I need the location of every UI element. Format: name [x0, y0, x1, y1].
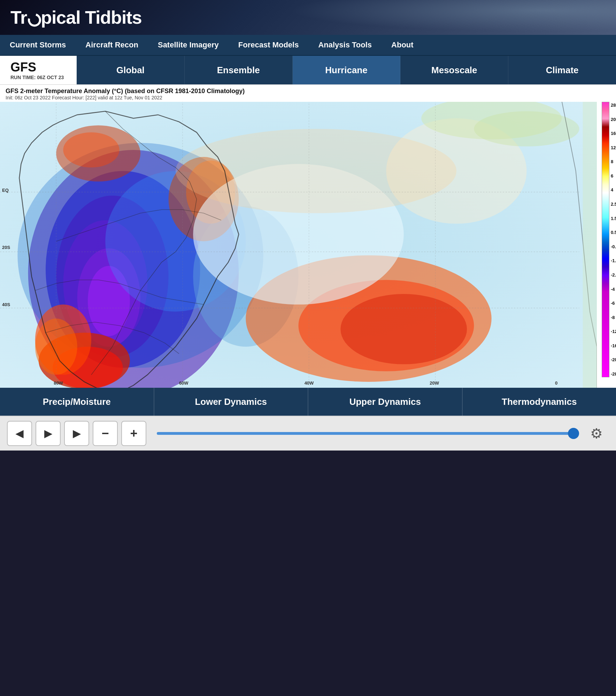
tab-precip-moisture[interactable]: Precip/Moisture — [0, 388, 154, 416]
colorbar-neg28: -28 — [611, 371, 616, 377]
lon-40w: 40W — [305, 380, 314, 386]
lon-20w: 20W — [430, 380, 439, 386]
tab-ensemble[interactable]: Ensemble — [185, 56, 293, 84]
tab-lower-dynamics[interactable]: Lower Dynamics — [154, 388, 309, 416]
nav-analysis-tools[interactable]: Analysis Tools — [308, 35, 382, 55]
colorbar-4: 4 — [611, 187, 616, 192]
tab-upper-dynamics[interactable]: Upper Dynamics — [308, 388, 463, 416]
svg-rect-26 — [583, 102, 597, 388]
map-background: EQ 20S 40S 80W 60W 40W 20W 0 — [0, 102, 597, 388]
play-button[interactable]: ▶ — [36, 421, 61, 446]
gfs-title-block: GFS RUN TIME: 06Z OCT 23 — [0, 56, 77, 84]
minus-button[interactable]: − — [93, 421, 118, 446]
colorbar-neg8: -8 — [611, 315, 616, 320]
lon-0: 0 — [555, 380, 557, 386]
colorbar-neg6: -6 — [611, 301, 616, 306]
colorbar-neg0p5: -0.5 — [611, 244, 616, 249]
site-logo[interactable]: Trpical Tidbits — [10, 7, 142, 28]
main-nav: Current Storms Aircraft Recon Satellite … — [0, 35, 616, 56]
colorbar-2p5: 2.5 — [611, 202, 616, 207]
nav-satellite-imagery[interactable]: Satellite Imagery — [148, 35, 229, 55]
map-title: GFS 2-meter Temperature Anomaly (°C) (ba… — [6, 88, 610, 95]
colorbar-neg2p5: -2.5 — [611, 272, 616, 278]
colorbar-8: 8 — [611, 159, 616, 164]
tab-mesoscale[interactable]: Mesoscale — [400, 56, 508, 84]
plus-button[interactable]: + — [121, 421, 146, 446]
colorbar-1p5: 1.5 — [611, 216, 616, 221]
timeline-slider[interactable] — [150, 421, 580, 446]
bottom-controls: ◀ ▶ ▶ − + ⚙ — [0, 416, 616, 451]
lat-20s: 20S — [2, 245, 10, 250]
model-runtime: RUN TIME: 06Z OCT 23 — [10, 75, 66, 80]
tab-climate[interactable]: Climate — [508, 56, 616, 84]
map-visual: TROPICALTIDBITS.COM — [0, 102, 616, 388]
title-prefix: Tr — [10, 7, 27, 28]
map-subtitle: Init: 06z Oct 23 2022 Forecast Hour: [22… — [6, 95, 610, 100]
colorbar-neg12: -12 — [611, 329, 616, 334]
model-name: GFS — [10, 60, 66, 75]
colorbar-neg16: -16 — [611, 343, 616, 348]
colorbar-neg1p5: -1.5 — [611, 258, 616, 263]
colorbar-neg20: -20 — [611, 357, 616, 362]
colorbar-20: 20 — [611, 117, 616, 122]
slider-thumb[interactable] — [568, 428, 579, 439]
colorbar-0p5: 0.5 — [611, 230, 616, 235]
map-info: GFS 2-meter Temperature Anomaly (°C) (ba… — [0, 85, 616, 102]
colorbar-28: 28 — [611, 103, 616, 108]
settings-button[interactable]: ⚙ — [584, 421, 609, 446]
svg-point-25 — [474, 111, 579, 146]
nav-current-storms[interactable]: Current Storms — [0, 35, 76, 55]
nav-aircraft-recon[interactable]: Aircraft Recon — [76, 35, 148, 55]
svg-point-17 — [63, 133, 119, 168]
back-button[interactable]: ◀ — [7, 421, 32, 446]
tab-hurricane[interactable]: Hurricane — [293, 56, 401, 84]
forward-button[interactable]: ▶ — [64, 421, 89, 446]
gfs-header: GFS RUN TIME: 06Z OCT 23 Global Ensemble… — [0, 56, 616, 85]
category-tabs: Precip/Moisture Lower Dynamics Upper Dyn… — [0, 388, 616, 416]
lat-40s: 40S — [2, 302, 10, 307]
tab-thermodynamics[interactable]: Thermodynamics — [463, 388, 616, 416]
tab-global[interactable]: Global — [77, 56, 185, 84]
lon-80w: 80W — [54, 380, 63, 386]
model-tabs: Global Ensemble Hurricane Mesoscale Clim… — [77, 56, 616, 84]
nav-about[interactable]: About — [382, 35, 423, 55]
svg-point-23 — [176, 129, 456, 213]
colorbar-neg4: -4 — [611, 287, 616, 292]
title-suffix: pical Tidbits — [41, 7, 141, 28]
site-header: Trpical Tidbits — [0, 0, 616, 35]
colorbar-6: 6 — [611, 173, 616, 179]
svg-point-20 — [340, 294, 467, 364]
slider-track — [157, 432, 573, 435]
colorbar-16: 16 — [611, 131, 616, 136]
content-area: GFS RUN TIME: 06Z OCT 23 Global Ensemble… — [0, 56, 616, 451]
nav-forecast-models[interactable]: Forecast Models — [229, 35, 309, 55]
colorbar: 28 20 16 12 8 6 4 2.5 1.5 0.5 -0.5 -1.5 … — [597, 102, 616, 377]
lat-eq: EQ — [2, 188, 9, 193]
lon-60w: 60W — [179, 380, 188, 386]
colorbar-12: 12 — [611, 145, 616, 150]
